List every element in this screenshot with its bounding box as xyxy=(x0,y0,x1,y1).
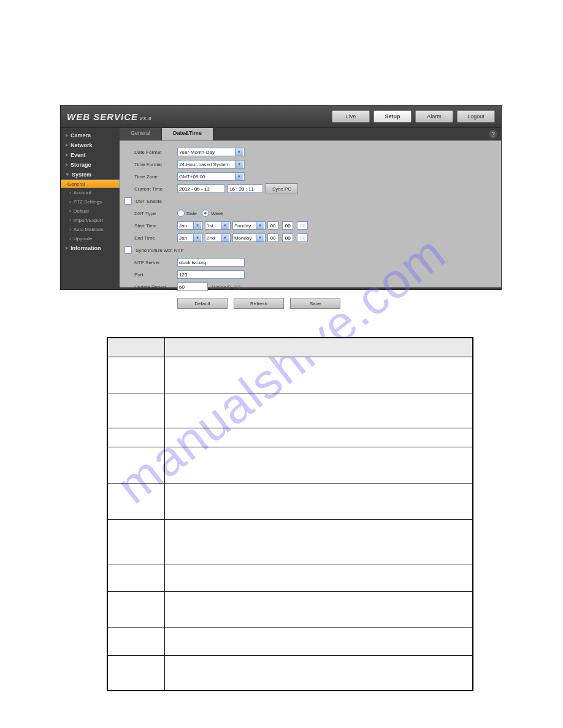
ntp-server-input[interactable] xyxy=(177,258,245,267)
sidebar-item-camera[interactable]: Camera xyxy=(61,131,120,140)
sync-ntp-label: Synchronize with NTP xyxy=(136,248,184,253)
table-cell xyxy=(108,447,165,483)
select-value: 1st xyxy=(207,223,213,229)
dropdown-icon xyxy=(193,234,201,241)
end-mm-input[interactable] xyxy=(282,233,293,242)
port-input[interactable] xyxy=(177,270,245,279)
dropdown-icon xyxy=(235,173,243,180)
sidebar-label: Upgrade xyxy=(74,236,93,241)
dst-type-date-radio[interactable] xyxy=(177,210,185,217)
table-header-cell xyxy=(108,338,165,357)
table-cell xyxy=(108,520,165,564)
time-format-label: Time Format xyxy=(134,162,177,167)
sidebar-label: Storage xyxy=(71,162,91,168)
dropdown-icon xyxy=(221,222,229,229)
help-icon[interactable]: ? xyxy=(489,130,497,138)
end-ss-input[interactable] xyxy=(297,233,308,242)
start-month-select[interactable]: Jan xyxy=(177,221,203,230)
sidebar-item-network[interactable]: Network xyxy=(61,140,120,150)
start-mm-input[interactable] xyxy=(282,221,293,230)
dropdown-icon xyxy=(256,234,264,241)
table-header-cell xyxy=(165,338,473,357)
update-period-input[interactable] xyxy=(177,282,208,291)
sidebar-label: System xyxy=(72,172,91,178)
dst-enable-checkbox[interactable] xyxy=(124,197,132,205)
table-row xyxy=(108,483,473,520)
dropdown-icon xyxy=(235,148,243,156)
sidebar-item-ptz[interactable]: › PTZ Settings xyxy=(61,197,120,207)
table-row xyxy=(108,393,473,428)
save-button[interactable]: Save xyxy=(290,298,340,309)
sidebar-label: General xyxy=(67,181,85,187)
sidebar-item-import-export[interactable]: › Import/Export xyxy=(61,216,120,225)
table-cell xyxy=(165,656,473,691)
dst-type-label: DST Type xyxy=(134,211,177,216)
date-format-select[interactable]: Year-Month-Day xyxy=(177,148,245,156)
current-time-label: Current Time xyxy=(134,186,177,192)
sidebar-item-information[interactable]: Information xyxy=(61,243,120,253)
date-format-label: Date Format xyxy=(134,150,177,155)
alarm-button[interactable]: Alarm xyxy=(415,110,453,123)
table-cell xyxy=(165,483,473,520)
current-date-input[interactable] xyxy=(177,184,225,193)
sidebar: Camera Network Event Storage System Gene… xyxy=(61,128,120,287)
time-format-select[interactable]: 24-Hour-based System xyxy=(177,160,245,169)
refresh-button[interactable]: Refresh xyxy=(234,298,284,309)
dst-type-week-radio[interactable] xyxy=(202,210,209,217)
sidebar-item-default[interactable]: › Default xyxy=(61,207,120,216)
setup-button[interactable]: Setup xyxy=(373,110,412,123)
start-hh-input[interactable] xyxy=(267,221,278,230)
start-week-select[interactable]: 1st xyxy=(205,221,231,230)
top-buttons: Live Setup Alarm Logout xyxy=(332,110,495,123)
end-time-label: End Time xyxy=(134,235,177,241)
table-cell xyxy=(108,564,165,592)
sidebar-item-system[interactable]: System xyxy=(61,170,120,180)
sidebar-item-storage[interactable]: Storage xyxy=(61,160,120,170)
dropdown-icon xyxy=(256,222,264,229)
sidebar-label: Import/Export xyxy=(74,218,103,223)
table-cell xyxy=(165,447,473,483)
tab-date-time[interactable]: Date&Time xyxy=(162,128,213,140)
sidebar-item-upgrade[interactable]: › Upgrade xyxy=(61,234,120,243)
chevron-right-icon xyxy=(66,143,68,147)
sidebar-item-general[interactable]: General xyxy=(61,180,120,188)
sidebar-item-event[interactable]: Event xyxy=(61,150,120,160)
default-button[interactable]: Default xyxy=(177,298,228,309)
settings-form: Date Format Year-Month-Day Time Format 2… xyxy=(120,141,501,315)
end-day-select[interactable]: Monday xyxy=(232,233,266,242)
time-zone-select[interactable]: GMT+08:00 xyxy=(177,172,245,181)
sidebar-item-auto-maintain[interactable]: › Auto Maintain xyxy=(61,225,120,234)
time-zone-label: Time Zone xyxy=(134,174,177,180)
live-button[interactable]: Live xyxy=(332,110,370,123)
chevron-right-icon xyxy=(66,246,68,250)
table-row xyxy=(108,428,473,447)
current-time-input[interactable] xyxy=(228,184,263,193)
update-period-unit: Minute(0~30) xyxy=(212,284,240,290)
tab-general[interactable]: General xyxy=(120,128,162,140)
sync-ntp-checkbox[interactable] xyxy=(124,246,132,254)
table-row xyxy=(108,656,473,691)
select-value: Sunday xyxy=(234,223,251,229)
start-ss-input[interactable] xyxy=(297,221,308,230)
sidebar-item-account[interactable]: › Account xyxy=(61,188,120,197)
chevron-right-icon xyxy=(66,153,68,157)
logout-button[interactable]: Logout xyxy=(457,110,495,123)
select-value: Jan xyxy=(179,235,187,241)
start-day-select[interactable]: Sunday xyxy=(232,221,266,230)
end-week-select[interactable]: 2nd xyxy=(205,233,231,242)
chevron-right-icon xyxy=(66,134,68,137)
chevron-right-icon xyxy=(66,163,68,167)
main-panel: General Date&Time ? Date Format Year-Mon… xyxy=(120,128,501,287)
brand-logo: WEB SERVICEV3.0 xyxy=(67,112,151,122)
start-time-label: Start Time xyxy=(134,223,177,229)
select-value: GMT+08:00 xyxy=(179,174,205,180)
end-month-select[interactable]: Jan xyxy=(177,233,203,242)
table-cell xyxy=(165,628,473,656)
sync-pc-button[interactable]: Sync PC xyxy=(266,183,298,194)
end-hh-input[interactable] xyxy=(267,233,278,242)
table-row xyxy=(108,447,473,483)
table-cell xyxy=(108,483,165,520)
dst-enable-label: DST Enable xyxy=(136,199,162,204)
select-value: 24-Hour-based System xyxy=(179,162,229,167)
sidebar-label: Account xyxy=(74,190,91,195)
